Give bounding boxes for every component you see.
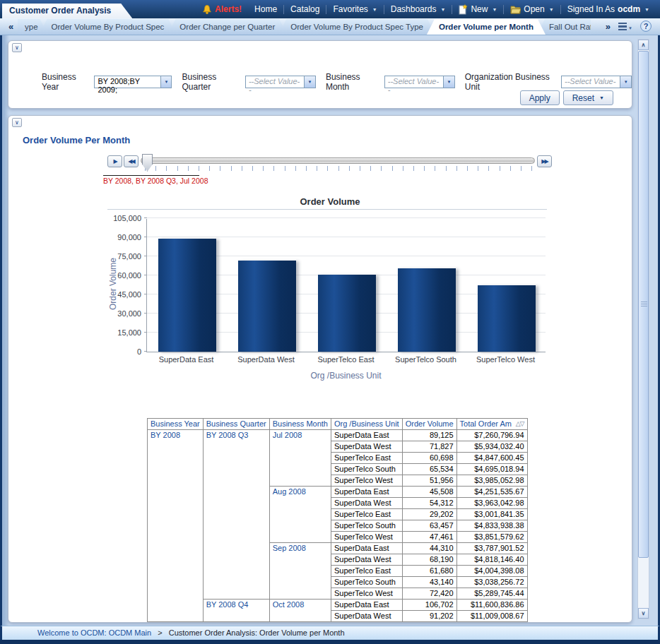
tab-order-volume-per-month[interactable]: Order Volume per Month (427, 19, 546, 35)
column-header-business-year[interactable]: Business Year (148, 419, 204, 430)
report-title: Order Volume Per Month (23, 135, 130, 145)
scroll-down-icon[interactable]: ∨ (638, 608, 649, 619)
bar-superdata-west[interactable] (238, 261, 296, 352)
slider-track[interactable] (141, 157, 535, 164)
dropdown-caret-icon[interactable]: ▼ (304, 76, 315, 88)
column-header-total-order-am[interactable]: Total Order Am△▽ (456, 419, 527, 430)
alerts-label: Alerts! (215, 4, 242, 14)
tab-fall-out-rat[interactable]: Fall Out Rat (537, 19, 591, 35)
table-cell-year[interactable]: BY 2008 (148, 430, 204, 622)
table-cell-org: SuperTelco West (331, 475, 402, 487)
y-tick-mark (144, 351, 147, 352)
folder-open-icon (510, 5, 521, 14)
column-header-order-volume[interactable]: Order Volume (402, 419, 456, 430)
nav-home[interactable]: Home (248, 4, 283, 14)
fast-forward-icon[interactable]: ▶▶ (537, 155, 552, 167)
table-cell-amount: $3,963,042.98 (456, 498, 527, 509)
table-cell-org: SuperData West (331, 554, 402, 566)
signed-in-menu[interactable]: Signed In As ocdm ▼ (561, 4, 656, 14)
reset-button[interactable]: Reset ▼ (563, 90, 613, 105)
chevron-down-icon: ▼ (644, 7, 649, 12)
table-cell-month[interactable]: Jul 2008 (269, 430, 331, 487)
breadcrumb-home-link[interactable]: Welcome to OCDM: OCDM Main (37, 628, 151, 637)
sort-icons[interactable]: △▽ (516, 419, 524, 429)
breadcrumb-current: Customer Order Analysis: Order Volume pe… (169, 628, 345, 637)
table-cell-month[interactable]: Sep 2008 (269, 543, 331, 600)
table-cell-quarter[interactable]: BY 2008 Q3 (203, 430, 269, 600)
y-tick-mark (144, 217, 147, 218)
table-cell-month[interactable]: Aug 2008 (269, 487, 331, 543)
scrollbar-thumb[interactable] (638, 51, 649, 558)
table-cell-volume: 47,461 (402, 532, 456, 543)
nav-dashboards[interactable]: Dashboards ▼ (384, 4, 452, 14)
table-cell-volume: 54,312 (402, 498, 456, 509)
table-cell-amount: $11,009,008.67 (456, 611, 527, 622)
nav-open-label: Open (524, 4, 544, 14)
column-header-org-business-unit[interactable]: Org /Business Unit (331, 419, 402, 430)
page-options-icon[interactable]: ▼ (618, 23, 632, 30)
tab-scroll-left-icon[interactable]: « (8, 21, 13, 32)
table-cell-amount: $3,038,256.72 (456, 577, 527, 588)
help-icon[interactable]: ? (640, 20, 652, 32)
bar-supertelco-east[interactable] (318, 275, 376, 352)
tab-order-volume-by-product-spec[interactable]: Order Volume By Product Spec (40, 19, 177, 35)
filter-dropdown-0[interactable]: BY 2008;BY 2009;▼ (94, 76, 172, 88)
filter-row: Business YearBY 2008;BY 2009;▼Business Q… (42, 72, 632, 92)
table-cell-volume: 65,534 (402, 464, 456, 475)
nav-new[interactable]: New ▼ (452, 4, 503, 15)
tab-strip-tools: » ▼ ? (606, 20, 652, 32)
dropdown-caret-icon[interactable]: ▼ (443, 76, 454, 88)
filter-label-1: Business Quarter (182, 72, 240, 92)
apply-button[interactable]: Apply (520, 90, 560, 105)
chart-title-rule (107, 209, 547, 210)
y-tick-mark (144, 332, 147, 333)
collapse-panel-icon[interactable]: ∨ (12, 118, 22, 127)
y-tick-mark (144, 275, 147, 275)
tab-order-volume-by-product-spec-type[interactable]: Order Volume By Product Spec Type (278, 19, 435, 35)
nav-catalog[interactable]: Catalog (284, 4, 326, 14)
x-category-label: SuperData East (146, 355, 226, 364)
collapse-panel-icon[interactable]: ∨ (12, 43, 22, 52)
dropdown-caret-icon[interactable]: ▼ (160, 76, 171, 88)
report-table: Business YearBusiness QuarterBusiness Mo… (147, 418, 528, 622)
slider-current-value: BY 2008, BY 2008 Q3, Jul 2008 (103, 177, 208, 185)
bar-superdata-east[interactable] (158, 239, 216, 352)
tab-scroll-right-icon[interactable]: » (606, 21, 611, 32)
filter-dropdown-1[interactable]: --Select Value--▼ (245, 76, 316, 88)
table-cell-amount: $3,985,052.98 (456, 475, 527, 487)
alerts-link[interactable]: Alerts! (196, 4, 248, 15)
dropdown-caret-icon[interactable]: ▼ (620, 76, 631, 88)
table-cell-amount: $4,695,018.94 (456, 464, 527, 475)
y-tick-mark (144, 294, 147, 294)
play-icon[interactable]: ▶ (107, 155, 122, 167)
slider-ticks (145, 166, 532, 171)
signed-in-label: Signed In As (567, 4, 615, 14)
column-header-business-quarter[interactable]: Business Quarter (203, 419, 269, 430)
table-cell-org: SuperTelco East (331, 566, 402, 577)
nav-open[interactable]: Open ▼ (504, 4, 560, 14)
filter-actions: Apply Reset ▼ (520, 90, 613, 105)
rewind-icon[interactable]: ◀◀ (124, 155, 139, 167)
table-cell-org: SuperTelco South (331, 577, 402, 588)
y-tick-label: 30,000 (93, 309, 141, 318)
column-header-business-month[interactable]: Business Month (269, 419, 331, 430)
scroll-up-icon[interactable]: ∧ (638, 40, 649, 50)
bar-supertelco-south[interactable] (398, 268, 456, 352)
table-cell-amount: $5,934,032.40 (456, 441, 527, 453)
table-cell-volume: 63,457 (402, 520, 456, 532)
table-cell-amount: $4,004,398.08 (456, 566, 527, 577)
nav-new-label: New (471, 4, 488, 14)
table-cell-org: SuperData East (331, 430, 402, 441)
nav-favorites[interactable]: Favorites ▼ (326, 4, 383, 14)
x-category-label: SuperData West (226, 355, 306, 364)
filter-dropdown-3[interactable]: --Select Value--▼ (561, 76, 632, 88)
vertical-scrollbar[interactable]: ∧ ∨ (637, 39, 649, 619)
chevron-down-icon: ▼ (440, 7, 445, 12)
table-cell-month[interactable]: Oct 2008 (269, 600, 331, 622)
table-cell-amount: $4,251,535.67 (456, 487, 527, 498)
tab-order-change-per-quarter[interactable]: Order Change per Quarter (167, 19, 287, 35)
table-cell-quarter[interactable]: BY 2008 Q4 (203, 600, 269, 622)
bar-supertelco-west[interactable] (478, 285, 536, 352)
table-cell-amount: $4,847,600.45 (456, 453, 527, 464)
filter-dropdown-2[interactable]: --Select Value--▼ (384, 76, 455, 88)
